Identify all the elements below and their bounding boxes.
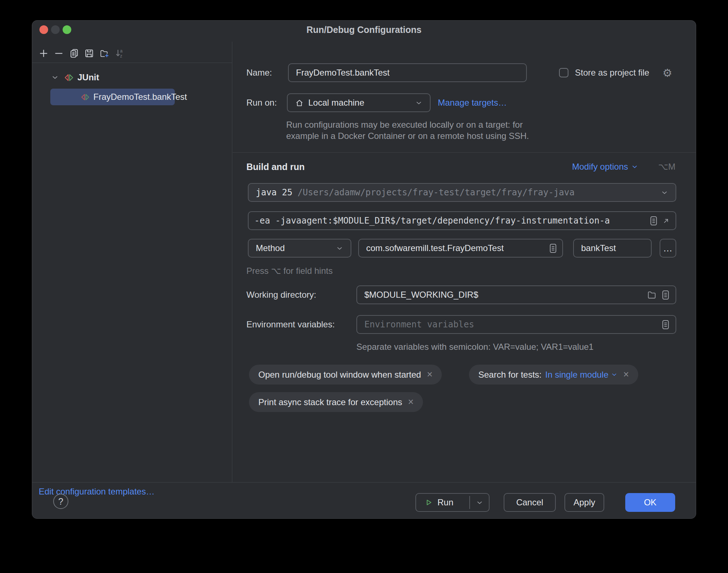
close-icon[interactable]: × [623, 369, 629, 380]
test-method-value: bankTest [581, 243, 616, 253]
ok-button[interactable]: OK [625, 493, 675, 512]
store-as-project-file-label: Store as project file [575, 63, 649, 82]
chevron-down-icon [611, 371, 618, 378]
chip-print-async-stack-trace[interactable]: Print async stack trace for exceptions × [249, 392, 423, 412]
close-icon[interactable]: × [427, 369, 433, 380]
working-directory-input[interactable]: $MODULE_WORKING_DIR$ [356, 285, 676, 304]
configurations-sidebar: az JUnit FrayDemoTest.bankTest Edit conf… [32, 42, 232, 482]
modify-options-link[interactable]: Modify options [572, 159, 638, 175]
vm-options-value: -ea -javaagent:$MODULE_DIR$/target/depen… [254, 216, 646, 226]
footer-divider [32, 482, 696, 483]
junit-icon [81, 93, 90, 102]
more-methods-button[interactable]: … [660, 239, 676, 258]
chip-label: Search for tests: [478, 370, 542, 380]
test-class-input[interactable]: com.sofwaremill.test.FrayDemoTest [358, 239, 563, 258]
tree-group-label: JUnit [77, 72, 99, 82]
run-split-button[interactable]: Run [415, 493, 490, 512]
test-class-value: com.sofwaremill.test.FrayDemoTest [366, 243, 548, 253]
sort-alphabetically-icon[interactable]: az [115, 48, 124, 58]
modify-options-shortcut: ⌥M [658, 159, 676, 175]
test-method-input[interactable]: bankTest [573, 239, 652, 258]
env-editor-icon[interactable] [661, 319, 670, 330]
remove-configuration-icon[interactable] [54, 48, 64, 58]
run-on-value: Local machine [308, 98, 411, 108]
tree-group-junit[interactable]: JUnit [32, 69, 232, 86]
environment-variables-label: Environment variables: [246, 315, 335, 334]
chevron-down-icon [415, 99, 423, 107]
section-divider [233, 152, 696, 153]
add-configuration-icon[interactable] [39, 48, 48, 58]
run-play-icon [424, 498, 433, 507]
copy-configuration-icon[interactable] [69, 48, 79, 58]
svg-text:a: a [120, 48, 123, 54]
new-folder-icon[interactable] [100, 48, 109, 58]
expand-field-icon[interactable] [661, 216, 670, 225]
name-input[interactable]: FrayDemoTest.bankTest [288, 63, 527, 82]
environment-variables-input[interactable]: Environment variables [356, 315, 676, 334]
apply-button[interactable]: Apply [564, 493, 604, 512]
gear-icon[interactable]: ⚙ [663, 63, 672, 82]
jre-name: java 25 [256, 187, 292, 198]
run-on-description-line1: Run configurations may be executed local… [286, 119, 529, 130]
search-scope-dropdown[interactable]: In single module [545, 370, 618, 380]
help-button[interactable]: ? [53, 494, 68, 509]
toolbar-divider [32, 63, 232, 63]
save-configuration-icon[interactable] [84, 48, 94, 58]
name-value: FrayDemoTest.bankTest [296, 68, 390, 78]
svg-text:z: z [120, 53, 122, 58]
test-kind-select[interactable]: Method [248, 239, 351, 258]
chip-search-for-tests[interactable]: Search for tests: In single module × [469, 365, 638, 385]
run-button-label: Run [437, 497, 453, 508]
working-directory-value: $MODULE_WORKING_DIR$ [364, 290, 643, 300]
field-hints-text: Press ⌥ for field hints [246, 263, 333, 279]
macro-list-icon[interactable] [661, 290, 670, 300]
chevron-down-icon [661, 189, 668, 196]
chevron-down-icon [631, 163, 638, 170]
run-on-description-line2: example in a Docker Container or on a re… [286, 130, 529, 141]
environment-variables-placeholder: Environment variables [364, 319, 656, 330]
chevron-down-icon[interactable] [51, 73, 59, 81]
name-label: Name: [246, 63, 272, 82]
environment-variables-hint: Separate variables with semicolon: VAR=v… [356, 342, 593, 352]
modify-options-label: Modify options [572, 162, 628, 172]
chevron-down-icon [476, 499, 483, 506]
test-kind-value: Method [256, 243, 336, 253]
vm-options-input[interactable]: -ea -javaagent:$MODULE_DIR$/target/depen… [248, 211, 676, 230]
class-browser-icon[interactable] [548, 243, 558, 254]
macro-list-icon[interactable] [649, 216, 659, 226]
run-options-dropdown[interactable] [470, 499, 489, 506]
sidebar-toolbar: az [32, 44, 124, 62]
chip-label: Print async stack trace for exceptions [258, 397, 402, 407]
chevron-down-icon [336, 245, 343, 252]
run-on-select[interactable]: Local machine [287, 93, 431, 112]
search-scope-value: In single module [545, 370, 609, 380]
run-debug-configurations-dialog: Run/Debug Configurations az [32, 20, 696, 519]
home-icon [295, 98, 304, 107]
dialog-title: Run/Debug Configurations [32, 25, 696, 35]
working-directory-label: Working directory: [246, 285, 316, 304]
run-button[interactable]: Run [416, 497, 469, 508]
manage-targets-link[interactable]: Manage targets… [438, 93, 507, 112]
jre-path: /Users/adamw/projects/fray-test/target/f… [297, 187, 656, 198]
build-and-run-title: Build and run [246, 159, 305, 175]
run-on-label: Run on: [246, 93, 277, 112]
tree-item-label: FrayDemoTest.bankTest [93, 92, 187, 102]
store-as-project-file-checkbox[interactable] [559, 68, 568, 77]
close-icon[interactable]: × [408, 396, 414, 408]
folder-icon[interactable] [647, 290, 656, 300]
chip-label: Open run/debug tool window when started [258, 370, 421, 380]
chip-open-tool-window[interactable]: Open run/debug tool window when started … [249, 365, 442, 385]
cancel-button[interactable]: Cancel [504, 493, 556, 512]
tree-item-selected[interactable]: FrayDemoTest.bankTest [50, 89, 175, 105]
jre-select[interactable]: java 25 /Users/adamw/projects/fray-test/… [248, 183, 676, 202]
junit-icon [64, 73, 74, 82]
